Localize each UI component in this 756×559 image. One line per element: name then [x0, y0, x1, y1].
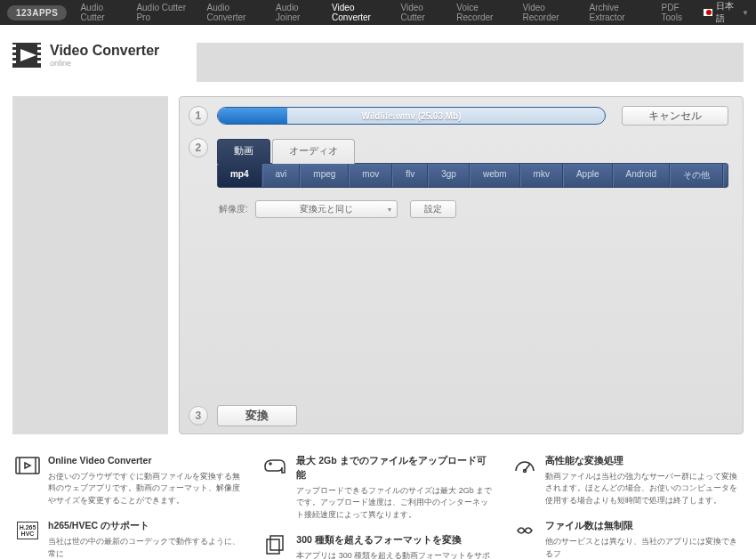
format-more-toggle[interactable]: ⇕: [723, 164, 728, 187]
feature-desc: お使いのブラウザですぐに動画ファイルを変換する無料のウェブアプリです。動画のフォ…: [48, 471, 245, 507]
video-converter-icon: [12, 43, 41, 68]
step-number-1: 1: [189, 106, 208, 126]
feature-desc: 本アプリは 300 種類を超える動画フォーマットをサポート: [296, 550, 493, 559]
format-flv[interactable]: flv: [392, 164, 428, 187]
elephant-icon: [262, 454, 289, 477]
feature-performance: 高性能な変換処理 動画ファイルは当社の強力なサーバー群によって変換されます。ほと…: [511, 454, 742, 506]
converter-panel: 1 Wildlife.wmv (25.03 Mb) キャンセル 2 動画 オーデ…: [179, 96, 744, 434]
feature-title: h265/HVEC のサポート: [48, 519, 245, 533]
feature-2gb: 最大 2Gb までのファイルをアップロード可能 アップロードできるファイルのサイ…: [262, 454, 493, 521]
feature-title: Online Video Converter: [48, 454, 245, 468]
feature-unlimited: ファイル数は無制限 他のサービスとは異なり、当社のアプリには変換できるフ: [511, 519, 742, 559]
resolution-select[interactable]: 変換元と同じ: [255, 200, 398, 218]
tab-video[interactable]: 動画: [217, 139, 270, 164]
language-selector[interactable]: 日本語 ▼: [704, 0, 749, 25]
step-number-3: 3: [189, 406, 208, 425]
format-webm[interactable]: webm: [470, 164, 520, 187]
page-subtitle: online: [50, 59, 159, 68]
files-icon: [262, 533, 289, 556]
format-mpeg[interactable]: mpeg: [300, 164, 349, 187]
step-3: 3 変換: [189, 405, 728, 426]
feature-title: 高性能な変換処理: [545, 454, 742, 468]
gauge-icon: [511, 454, 538, 477]
nav-audio-joiner[interactable]: Audio Joiner: [269, 3, 326, 22]
flag-japan-icon: [704, 9, 712, 16]
feature-desc: アップロードできるファイルのサイズは最大 2Gb までです。アップロード速度は、…: [296, 485, 493, 522]
film-icon: [14, 454, 41, 477]
step-2: 2 動画 オーディオ mp4 avi mpeg mov flv 3gp webm: [189, 138, 728, 405]
tab-audio[interactable]: オーディオ: [272, 139, 355, 164]
settings-button[interactable]: 設定: [410, 200, 456, 218]
language-label: 日本語: [716, 0, 738, 25]
hvec-icon: H.265HVC: [14, 519, 41, 542]
format-mp4[interactable]: mp4: [218, 164, 262, 187]
nav-audio-cutter-pro[interactable]: Audio Cutter Pro: [130, 3, 200, 22]
upload-filename: Wildlife.wmv (25.03 Mb): [361, 111, 461, 121]
feature-desc: 当社は世の中の最新のコーデックで動作するように、常に: [48, 536, 245, 559]
feature-title: 300 種類を超えるフォーマットを変換: [296, 533, 493, 547]
nav-video-recorder[interactable]: Video Recorder: [517, 3, 583, 22]
feature-title: 最大 2Gb までのファイルをアップロード可能: [296, 454, 493, 482]
top-ad-banner: [197, 43, 744, 82]
app-title-block: Video Converter online: [12, 43, 186, 68]
nav-voice-recorder[interactable]: Voice Recorder: [450, 3, 516, 22]
side-ad-banner: [12, 96, 168, 434]
format-other[interactable]: その他: [670, 164, 723, 187]
convert-button[interactable]: 変換: [217, 405, 297, 426]
format-android[interactable]: Android: [613, 164, 670, 187]
format-apple[interactable]: Apple: [563, 164, 613, 187]
page-title: Video Converter: [50, 43, 159, 59]
resolution-row: 解像度: 変換元と同じ 設定: [217, 200, 728, 218]
upload-progress: Wildlife.wmv (25.03 Mb): [217, 107, 606, 125]
nav-audio-cutter[interactable]: Audio Cutter: [74, 3, 130, 22]
output-type-tabs: 動画 オーディオ: [217, 138, 728, 163]
nav-pdf-tools[interactable]: PDF Tools: [655, 3, 704, 22]
feature-300formats: 300 種類を超えるフォーマットを変換 本アプリは 300 種類を超える動画フォ…: [262, 533, 493, 559]
feature-desc: 他のサービスとは異なり、当社のアプリには変換できるフ: [545, 536, 742, 559]
feature-h265: H.265HVC h265/HVEC のサポート 当社は世の中の最新のコーデック…: [14, 519, 245, 559]
resolution-label: 解像度:: [219, 203, 248, 215]
format-mkv[interactable]: mkv: [520, 164, 563, 187]
nav-video-cutter[interactable]: Video Cutter: [395, 3, 451, 22]
upload-progress-fill: [218, 108, 287, 124]
nav-video-converter[interactable]: Video Converter: [326, 3, 394, 22]
nav-audio-converter[interactable]: Audio Converter: [200, 3, 269, 22]
infinity-icon: [511, 519, 538, 542]
svg-point-4: [269, 463, 271, 465]
chevron-down-icon: ▼: [742, 9, 749, 17]
feature-online: Online Video Converter お使いのブラウザですぐに動画ファイ…: [14, 454, 245, 506]
features-section: Online Video Converter お使いのブラウザですぐに動画ファイ…: [12, 454, 744, 559]
format-bar: mp4 avi mpeg mov flv 3gp webm mkv Apple …: [217, 163, 728, 188]
top-nav: 123APPS Audio Cutter Audio Cutter Pro Au…: [0, 0, 756, 25]
format-mov[interactable]: mov: [349, 164, 392, 187]
svg-marker-3: [25, 463, 30, 468]
brand-logo[interactable]: 123APPS: [7, 5, 67, 20]
nav-archive-extractor[interactable]: Archive Extractor: [583, 3, 655, 22]
feature-desc: 動画ファイルは当社の強力なサーバー群によって変換されます。ほとんどの場合、お使い…: [545, 471, 742, 507]
step-1: 1 Wildlife.wmv (25.03 Mb) キャンセル: [189, 106, 728, 126]
format-avi[interactable]: avi: [262, 164, 301, 187]
step-number-2: 2: [189, 138, 208, 158]
feature-title: ファイル数は無制限: [545, 519, 742, 533]
svg-rect-5: [267, 539, 279, 554]
svg-rect-6: [270, 536, 283, 550]
format-3gp[interactable]: 3gp: [428, 164, 470, 187]
cancel-button[interactable]: キャンセル: [622, 106, 728, 126]
